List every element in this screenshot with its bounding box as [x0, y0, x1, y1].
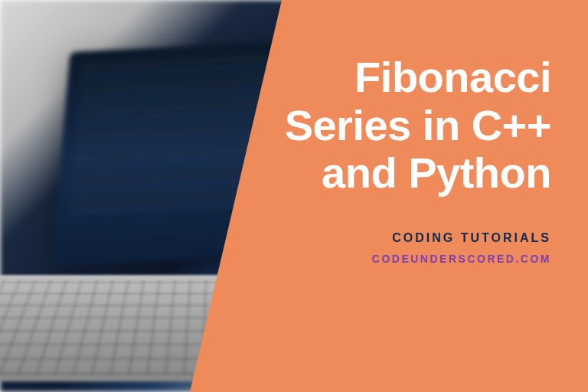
main-title: Fibonacci Series in C++ and Python: [230, 54, 551, 198]
category-label: CODING TUTORIALS: [230, 231, 551, 245]
website-url: CODEUNDERSCORED.COM: [230, 253, 551, 265]
text-block: Fibonacci Series in C++ and Python CODIN…: [230, 54, 551, 265]
